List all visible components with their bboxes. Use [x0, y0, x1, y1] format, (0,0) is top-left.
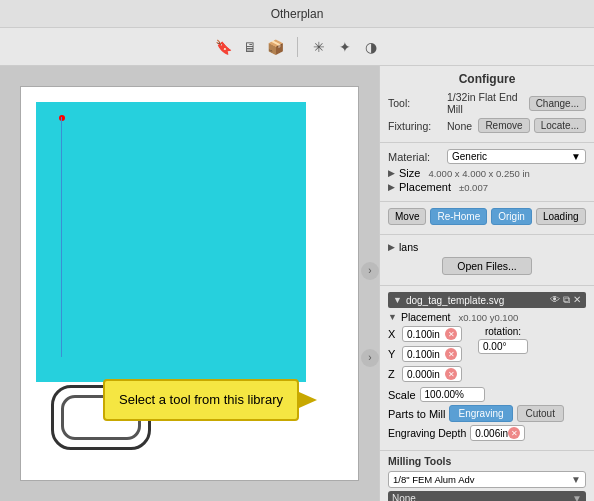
y-input[interactable]: 0.100in ✕	[402, 346, 462, 362]
locate-button[interactable]: Locate...	[534, 118, 586, 133]
y-value: 0.100in	[407, 349, 440, 360]
move-button[interactable]: Move	[388, 208, 426, 225]
engraving-button[interactable]: Engraving	[449, 405, 512, 422]
change-button[interactable]: Change...	[529, 96, 586, 111]
placement-row[interactable]: ▶ Placement ±0.007	[388, 181, 586, 193]
z-input[interactable]: 0.000in ✕	[402, 366, 462, 382]
material-row: Material: Generic ▼	[388, 149, 586, 164]
loading-button[interactable]: Loading	[536, 208, 586, 225]
file-icon-group: 👁 ⧉ ✕	[550, 294, 581, 306]
tooltip-box: Select a tool from this library	[103, 379, 299, 421]
parts-to-mill-label: Parts to Mill	[388, 408, 445, 420]
size-value: 4.000 x 4.000 x 0.250 in	[428, 168, 529, 179]
nodes-icon[interactable]: ✳	[308, 36, 330, 58]
monitor-icon[interactable]: 🖥	[239, 36, 261, 58]
open-files-button[interactable]: Open Files...	[442, 257, 532, 275]
material-section: Material: Generic ▼ ▶ Size 4.000 x 4.000…	[380, 143, 594, 202]
bookmark-icon[interactable]: 🔖	[213, 36, 235, 58]
configure-section: Configure Tool: 1/32in Flat End Mill Cha…	[380, 66, 594, 143]
canvas-red-dot	[59, 115, 65, 121]
canvas-cyan-region	[36, 102, 306, 382]
rotation-label: rotation:	[485, 326, 521, 337]
plans-row: ▶ lans	[388, 241, 586, 253]
material-label: Material:	[388, 151, 443, 163]
parts-to-mill-row: Parts to Mill Engraving Cutout	[388, 405, 586, 422]
rotation-box: rotation: 0.00°	[478, 326, 528, 354]
scroll-lower-button[interactable]: ›	[361, 349, 379, 367]
fixturing-value: None	[447, 120, 474, 132]
fixturing-label: Fixturing:	[388, 120, 443, 132]
y-label: Y	[388, 348, 398, 360]
tooltip-arrow	[299, 392, 317, 408]
x-input[interactable]: 0.100in ✕	[402, 326, 462, 342]
file-copy-icon[interactable]: ⧉	[563, 294, 570, 306]
milling-tool-1-select[interactable]: 1/8" FEM Alum Adv ▼	[388, 471, 586, 488]
z-label: Z	[388, 368, 398, 380]
circle-half-icon[interactable]: ◑	[360, 36, 382, 58]
depth-clear-button[interactable]: ✕	[508, 427, 520, 439]
milling-tool-1-row: 1/8" FEM Alum Adv ▼	[388, 471, 586, 488]
milling-tools-title: Milling Tools	[388, 455, 586, 467]
scale-input[interactable]: 100.00%	[420, 387, 485, 402]
file-placement-value: x0.100 y0.100	[459, 312, 519, 323]
title-bar: Otherplan	[0, 0, 594, 28]
plans-label: lans	[399, 241, 418, 253]
scale-value: 100.00%	[425, 389, 464, 400]
placement-label: Placement	[399, 181, 451, 193]
app-title: Otherplan	[271, 7, 324, 21]
fixturing-row: Fixturing: None Remove Locate...	[388, 118, 586, 133]
milling-tool-1-arrow-icon: ▼	[571, 474, 581, 485]
milling-tool-2-arrow-icon: ▼	[572, 493, 582, 501]
file-close-icon[interactable]: ✕	[573, 294, 581, 306]
size-row[interactable]: ▶ Size 4.000 x 4.000 x 0.250 in	[388, 167, 586, 179]
x-value: 0.100in	[407, 329, 440, 340]
plans-section: ▶ lans Open Files...	[380, 235, 594, 286]
material-value: Generic	[452, 151, 487, 162]
toolbar: 🔖 🖥 📦 ✳ ✦ ◑	[0, 28, 594, 66]
main-content: Select a tool from this library › › Conf…	[0, 66, 594, 501]
file-arrow-icon: ▼	[393, 295, 402, 305]
open-files-row: Open Files...	[388, 257, 586, 275]
engraving-depth-row: Engraving Depth 0.006in ✕	[388, 425, 586, 441]
file-name: dog_tag_template.svg	[406, 295, 504, 306]
rotation-value: 0.00°	[483, 341, 506, 352]
material-select[interactable]: Generic ▼	[447, 149, 586, 164]
size-label: Size	[399, 167, 420, 179]
y-clear-button[interactable]: ✕	[445, 348, 457, 360]
remove-button[interactable]: Remove	[478, 118, 529, 133]
file-placement-label: Placement	[401, 311, 451, 323]
z-clear-button[interactable]: ✕	[445, 368, 457, 380]
z-value: 0.000in	[407, 369, 440, 380]
size-arrow-icon: ▶	[388, 168, 395, 178]
milling-tool-2-value: None	[392, 493, 416, 501]
share-icon[interactable]: ✦	[334, 36, 356, 58]
cutout-button[interactable]: Cutout	[517, 405, 564, 422]
depth-input[interactable]: 0.006in ✕	[470, 425, 525, 441]
origin-button[interactable]: Origin	[491, 208, 532, 225]
milling-tool-2-row: None ▼	[388, 491, 586, 501]
canvas-surface	[20, 86, 359, 481]
placement-arrow-icon: ▶	[388, 182, 395, 192]
scroll-mid-button[interactable]: ›	[361, 262, 379, 280]
move-btn-row: Move Re-Home Origin Loading	[388, 208, 586, 225]
move-section: Move Re-Home Origin Loading	[380, 202, 594, 235]
configure-title: Configure	[388, 72, 586, 86]
file-section: ▼ dog_tag_template.svg 👁 ⧉ ✕ ▼ Placement…	[380, 286, 594, 451]
rotation-input[interactable]: 0.00°	[478, 339, 528, 354]
milling-tool-2-select[interactable]: None ▼	[388, 491, 586, 501]
x-coord-row: X 0.100in ✕	[388, 326, 462, 342]
rehome-button[interactable]: Re-Home	[430, 208, 487, 225]
right-panel: Configure Tool: 1/32in Flat End Mill Cha…	[379, 66, 594, 501]
canvas-area: Select a tool from this library › ›	[0, 66, 379, 501]
depth-value: 0.006in	[475, 428, 508, 439]
x-clear-button[interactable]: ✕	[445, 328, 457, 340]
tool-label: Tool:	[388, 97, 443, 109]
scale-row: Scale 100.00%	[388, 387, 586, 402]
z-coord-row: Z 0.000in ✕	[388, 366, 462, 382]
file-eye-icon[interactable]: 👁	[550, 294, 560, 306]
box-icon[interactable]: 📦	[265, 36, 287, 58]
engraving-depth-label: Engraving Depth	[388, 427, 466, 439]
material-arrow-icon: ▼	[571, 151, 581, 162]
file-header: ▼ dog_tag_template.svg 👁 ⧉ ✕	[388, 292, 586, 308]
tool-row: Tool: 1/32in Flat End Mill Change...	[388, 91, 586, 115]
